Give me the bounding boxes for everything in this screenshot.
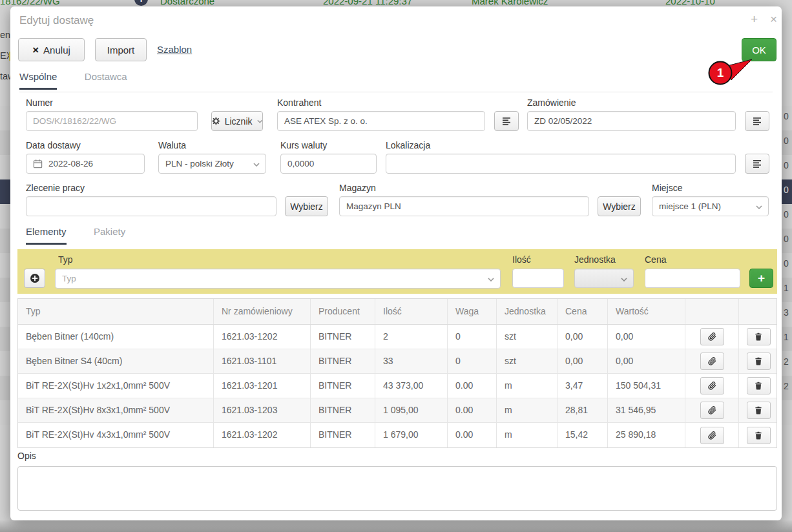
magazyn-input[interactable] xyxy=(339,196,589,216)
table-cell-actions xyxy=(739,398,778,422)
magazyn-wybierz-button[interactable]: Wybierz xyxy=(598,196,641,216)
tab-pakiety[interactable]: Pakiety xyxy=(94,226,125,243)
info-icon: i xyxy=(134,0,148,6)
opis-textarea[interactable] xyxy=(17,466,777,511)
import-button[interactable]: Import xyxy=(95,38,147,61)
table-cell-actions xyxy=(685,325,739,349)
table-cell: BITNER xyxy=(311,398,375,422)
table-cell: 1 679,00 xyxy=(375,423,448,447)
quick-cena-label: Cena xyxy=(645,254,666,265)
table-header-cell: Nr zamówieniowy xyxy=(214,299,311,324)
table-cell: BITNER xyxy=(311,374,375,398)
table-header-cell: Producent xyxy=(311,299,375,324)
lokalizacja-label: Lokalizacja xyxy=(386,140,430,150)
quick-jednostka-select[interactable] xyxy=(574,269,634,288)
waluta-value: PLN - polski Złoty xyxy=(165,159,234,169)
miejsce-value: miejsce 1 (PLN) xyxy=(659,201,721,211)
table-cell: 0 xyxy=(448,349,497,373)
table-cell: 1621.03-1202 xyxy=(214,423,311,447)
gears-icon xyxy=(212,116,220,126)
bg-person: Marek Karolewicz xyxy=(472,0,548,6)
attach-button[interactable] xyxy=(700,377,724,394)
tab-elementy[interactable]: Elementy xyxy=(26,226,67,245)
table-header-row: TypNr zamówieniowyProducentIlośćWagaJedn… xyxy=(18,299,776,325)
lokalizacja-list-button[interactable] xyxy=(745,154,769,174)
table-row: BiT RE-2X(St)Hv 4x3x1,0mm² 500V1621.03-1… xyxy=(18,423,776,447)
list-icon xyxy=(753,159,762,169)
edit-delivery-dialog: Edytuj dostawę + × × Anuluj Import Szabl… xyxy=(10,6,782,520)
calendar-icon xyxy=(33,159,43,169)
quick-typ-combobox[interactable]: Typ xyxy=(55,269,501,289)
delete-button[interactable] xyxy=(747,377,771,394)
dialog-title: Edytuj dostawę xyxy=(19,14,94,27)
bg-doc-number: 18162/22/WG xyxy=(0,0,60,6)
expand-add-button[interactable] xyxy=(24,269,45,288)
bg-digit-fragment: 2 xyxy=(784,381,789,391)
table-cell: 0,00 xyxy=(608,325,685,349)
table-cell: m xyxy=(497,374,558,398)
attach-button[interactable] xyxy=(700,353,724,370)
kontrahent-list-button[interactable] xyxy=(494,111,519,131)
kontrahent-label: Kontrahent xyxy=(277,97,322,108)
attach-button[interactable] xyxy=(700,328,724,345)
paperclip-icon xyxy=(708,431,716,440)
table-cell: 0,00 xyxy=(558,325,608,349)
lokalizacja-input[interactable] xyxy=(386,154,736,174)
cancel-label: Anuluj xyxy=(43,45,70,56)
table-cell: 0.00 xyxy=(448,374,497,398)
chevron-down-icon xyxy=(257,119,262,123)
delete-button[interactable] xyxy=(747,353,771,370)
tab-wspolne[interactable]: Wspólne xyxy=(19,71,57,90)
kurs-waluty-input[interactable] xyxy=(280,154,377,174)
cancel-button[interactable]: × Anuluj xyxy=(18,38,85,61)
chevron-down-icon xyxy=(756,205,762,209)
tab-dostawca[interactable]: Dostawca xyxy=(85,71,127,88)
paperclip-icon xyxy=(708,382,716,390)
zamowienie-list-button[interactable] xyxy=(745,111,769,131)
table-cell: 1621.03-1203 xyxy=(214,398,311,422)
table-header-cell: Ilość xyxy=(375,299,448,324)
numer-label: Numer xyxy=(26,97,53,108)
table-cell: 43 373,00 xyxy=(375,374,448,398)
attach-button[interactable] xyxy=(700,427,724,444)
quick-cena-input[interactable] xyxy=(645,269,740,288)
table-cell: 150 504,31 xyxy=(608,374,685,398)
waluta-select[interactable]: PLN - polski Złoty xyxy=(158,154,266,174)
table-cell: Bęben Bitner S4 (40cm) xyxy=(18,349,214,373)
ok-button[interactable]: OK xyxy=(742,38,776,61)
attach-button[interactable] xyxy=(700,402,724,419)
import-label: Import xyxy=(107,45,135,56)
table-cell: 1621.03-1202 xyxy=(214,325,311,349)
licznik-button[interactable]: Licznik xyxy=(211,111,263,131)
table-cell-actions xyxy=(739,423,778,447)
paperclip-icon xyxy=(708,357,716,365)
delete-button[interactable] xyxy=(747,402,771,419)
numer-input[interactable] xyxy=(26,111,198,131)
data-dostawy-input[interactable] xyxy=(48,159,120,169)
szablon-link[interactable]: Szablon xyxy=(157,44,192,55)
kontrahent-input[interactable] xyxy=(277,111,485,131)
table-header-cell xyxy=(685,299,739,324)
zlecenie-pracy-input[interactable] xyxy=(26,196,276,216)
table-cell-actions xyxy=(685,398,739,422)
plus-circle-icon xyxy=(30,273,40,283)
table-cell: 25 890,18 xyxy=(608,423,685,447)
miejsce-select[interactable]: miejsce 1 (PLN) xyxy=(652,196,769,216)
delete-button[interactable] xyxy=(747,427,771,444)
zamowienie-input[interactable] xyxy=(527,111,736,131)
paperclip-icon xyxy=(708,332,716,341)
zlecenie-wybierz-button[interactable]: Wybierz xyxy=(285,196,328,216)
quick-ilosc-label: Ilość xyxy=(512,254,531,265)
quick-ilosc-input[interactable] xyxy=(512,269,564,288)
table-cell: 1 095,00 xyxy=(375,398,448,422)
close-icon[interactable]: × xyxy=(770,13,777,26)
add-item-button[interactable]: + xyxy=(749,269,773,288)
bg-digit-fragment: 3 xyxy=(784,307,789,318)
bg-digit-fragment: 0 xyxy=(784,136,789,146)
maximize-icon[interactable]: + xyxy=(751,13,758,26)
table-row: BiT RE-2X(St)Hv 1x2x1,0mm² 500V1621.03-1… xyxy=(18,374,776,398)
delete-button[interactable] xyxy=(747,328,771,345)
trash-icon xyxy=(755,431,762,440)
data-dostawy-field[interactable] xyxy=(26,154,145,174)
bg-digit-fragment: 0 xyxy=(784,111,789,121)
